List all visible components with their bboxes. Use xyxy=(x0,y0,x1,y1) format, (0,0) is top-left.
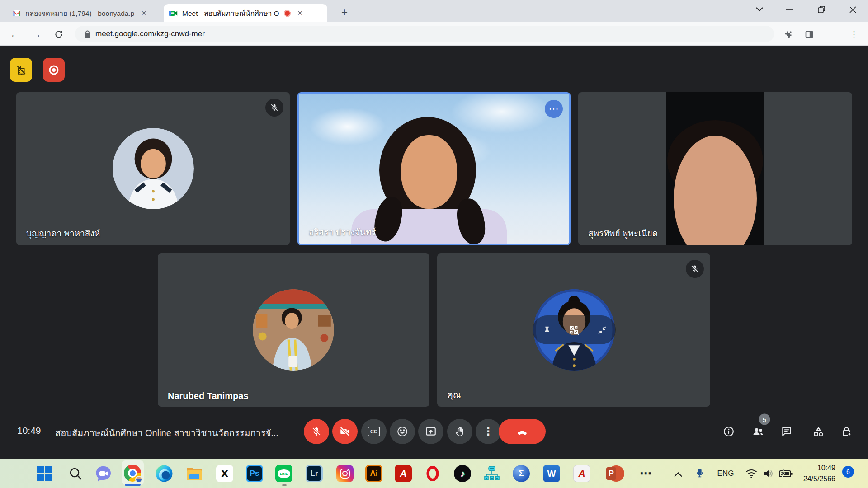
screen: กล่องจดหมาย (1,794) - boonyada.p × Meet … xyxy=(0,0,868,488)
taskbar-mindmap-icon[interactable] xyxy=(484,465,500,482)
taskbar-illustrator-icon[interactable]: Ai xyxy=(365,465,382,482)
tray-language-indicator[interactable]: ENG xyxy=(717,469,734,478)
meeting-title: สอบสัมภาษณ์นักศึกษา Online สาขาวิชานวัตก… xyxy=(55,426,278,440)
extensions-puzzle-icon[interactable] xyxy=(780,27,796,42)
taskbar-spss-icon[interactable]: Σ xyxy=(513,465,530,482)
tile-options-menu-icon[interactable]: ⋯ xyxy=(545,100,563,118)
close-icon[interactable]: × xyxy=(295,8,305,18)
taskbar-chrome-icon[interactable] xyxy=(124,465,141,482)
taskbar-capcut-icon[interactable]: X xyxy=(216,465,233,482)
extension-capture-button[interactable] xyxy=(10,58,32,82)
browser-toolbar: ← → meet.google.com/kzg-cnwd-mer xyxy=(0,22,868,46)
tray-show-hidden-chevron-icon[interactable] xyxy=(674,472,682,477)
reactions-button[interactable] xyxy=(390,419,415,444)
chat-icon[interactable] xyxy=(780,425,793,438)
tab-recording-indicator-icon xyxy=(284,10,291,17)
back-button[interactable]: ← xyxy=(7,27,23,42)
taskbar-instagram-icon[interactable] xyxy=(336,465,354,482)
window-close-button[interactable] xyxy=(842,0,863,19)
tab-meet[interactable]: Meet - สอบสัมภาษณ์นักศึกษา O × xyxy=(164,4,327,22)
tray-date: 24/5/2566 xyxy=(790,474,835,484)
window-restore-button[interactable] xyxy=(811,0,832,19)
tray-volume-icon[interactable] xyxy=(763,469,774,479)
taskbar-photoshop-icon[interactable]: Ps xyxy=(246,465,263,482)
chrome-profile-overlay xyxy=(135,476,142,483)
new-tab-button[interactable]: + xyxy=(337,5,352,20)
taskbar-tiktok-icon[interactable]: ♪ xyxy=(454,465,471,482)
chrome-running-indicator xyxy=(125,484,141,486)
participant-name: คุณ xyxy=(447,388,461,401)
browser-menu-kebab-icon[interactable]: ⋮ xyxy=(846,27,862,42)
forward-button[interactable]: → xyxy=(29,27,44,42)
participant-count-badge: 5 xyxy=(759,414,770,425)
video-tile-1[interactable]: บุญญาดา พาหาสิงห์ xyxy=(16,92,290,245)
avatar xyxy=(113,128,194,209)
taskbar-opera-icon[interactable] xyxy=(427,466,439,481)
taskbar-start-button[interactable] xyxy=(37,466,52,481)
taskbar-edge-icon[interactable] xyxy=(156,465,173,482)
taskbar-overflow-icon[interactable]: ⋯ xyxy=(640,467,651,481)
tray-wifi-icon[interactable] xyxy=(745,469,757,479)
extension-record-button[interactable] xyxy=(43,58,65,82)
taskbar-teams-chat-icon[interactable] xyxy=(95,465,113,482)
show-participants-icon[interactable] xyxy=(751,425,765,438)
mic-muted-icon xyxy=(265,99,283,117)
address-bar[interactable]: meet.google.com/kzg-cnwd-mer xyxy=(75,26,774,42)
activities-icon[interactable] xyxy=(811,425,825,438)
line-running-indicator xyxy=(282,484,287,486)
minimize-tile-icon[interactable] xyxy=(595,324,609,337)
browser-tab-strip: กล่องจดหมาย (1,794) - boonyada.p × Meet … xyxy=(0,0,868,22)
taskbar-acrobat-icon[interactable]: A xyxy=(395,465,412,482)
camera-toggle-button-off[interactable] xyxy=(332,419,358,444)
divider xyxy=(47,425,47,437)
taskbar-acrobat-reader-icon[interactable]: A xyxy=(573,465,590,482)
mic-toggle-button-muted[interactable] xyxy=(304,419,329,444)
participant-name: อริสรา ปรางจันทร์ xyxy=(309,225,376,239)
present-screen-button[interactable] xyxy=(418,419,443,444)
captions-button[interactable]: CC xyxy=(361,419,387,444)
reload-button[interactable] xyxy=(51,27,66,42)
effects-off-icon[interactable] xyxy=(567,324,581,337)
side-panel-icon[interactable] xyxy=(802,27,817,42)
meeting-clock: 10:49 xyxy=(17,425,41,436)
tab-title: Meet - สอบสัมภาษณ์นักศึกษา O xyxy=(182,8,279,19)
taskbar-divider xyxy=(599,465,599,483)
pin-tile-icon[interactable] xyxy=(540,324,554,337)
meeting-details-info-icon[interactable] xyxy=(722,425,736,438)
tab-gmail[interactable]: กล่องจดหมาย (1,794) - boonyada.p × xyxy=(7,4,159,22)
host-controls-lock-icon[interactable] xyxy=(840,425,854,438)
raise-hand-button[interactable] xyxy=(447,419,472,444)
gmail-icon xyxy=(13,9,21,17)
participant-name: สุพรทิพย์ พูพะเนียด xyxy=(588,226,658,240)
leave-call-button[interactable] xyxy=(499,419,546,444)
tab-title: กล่องจดหมาย (1,794) - boonyada.p xyxy=(25,8,134,19)
lock-icon xyxy=(84,30,91,38)
participant-name: Narubed Tanimpas xyxy=(168,391,249,401)
tab-search-chevron-icon[interactable] xyxy=(749,0,770,19)
more-options-button[interactable]: ⋮ xyxy=(476,419,501,444)
video-tile-self[interactable]: คุณ xyxy=(437,253,710,407)
tray-clock[interactable]: 10:49 24/5/2566 xyxy=(790,463,835,484)
avatar xyxy=(253,289,334,371)
tray-mic-icon[interactable] xyxy=(695,468,705,479)
video-tile-4[interactable]: Narubed Tanimpas xyxy=(158,253,429,407)
url-text: meet.google.com/kzg-cnwd-mer xyxy=(95,29,205,38)
taskbar-powerpoint-icon[interactable]: P xyxy=(606,465,623,482)
taskbar-search-icon[interactable] xyxy=(69,467,82,480)
taskbar-word-icon[interactable]: W xyxy=(543,465,560,482)
participant-name: บุญญาดา พาหาสิงห์ xyxy=(26,226,100,240)
video-tile-2-active[interactable]: ⋯ อริสรา ปรางจันทร์ xyxy=(297,92,571,245)
meet-icon xyxy=(169,9,178,17)
video-tile-3[interactable]: สุพรทิพย์ พูพะเนียด xyxy=(578,92,852,245)
close-icon[interactable]: × xyxy=(139,8,149,18)
notification-count-badge[interactable]: 6 xyxy=(842,466,854,478)
taskbar-file-explorer-icon[interactable] xyxy=(186,466,203,481)
window-minimize-button[interactable] xyxy=(779,0,800,19)
taskbar-lightroom-icon[interactable]: Lr xyxy=(306,465,323,482)
video-feed xyxy=(666,92,764,245)
mic-muted-icon xyxy=(686,260,704,278)
tray-time: 10:49 xyxy=(790,463,835,474)
taskbar-line-icon[interactable]: LINE xyxy=(275,465,292,482)
